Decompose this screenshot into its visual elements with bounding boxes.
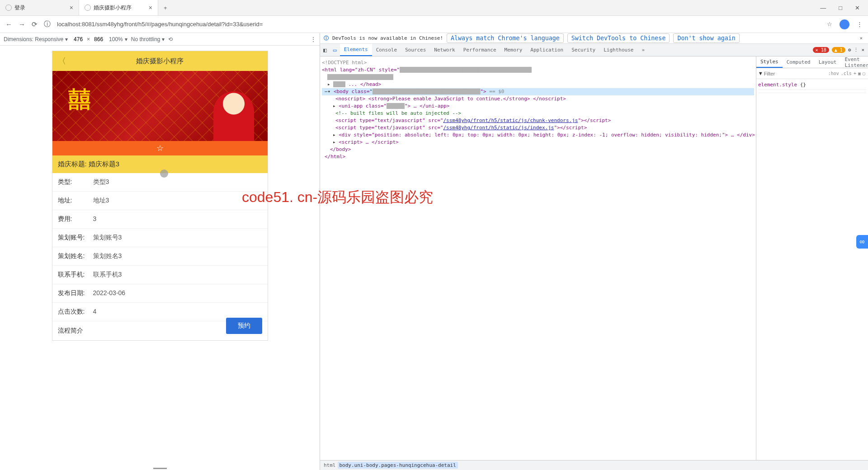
detail-row: 策划姓名:策划姓名3: [52, 247, 268, 266]
row-value: 策划姓名3: [93, 252, 122, 260]
detail-row: 地址:地址3: [52, 192, 268, 210]
detail-row: 发布日期:2022-03-06: [52, 284, 268, 303]
devtools-tab[interactable]: Performance: [459, 44, 500, 56]
star-icon[interactable]: ☆: [827, 21, 832, 28]
rotate-icon[interactable]: ⟲: [168, 36, 173, 42]
hov-toggle[interactable]: :hov: [828, 71, 839, 76]
title-box: 婚庆标题: 婚庆标题3: [52, 155, 268, 173]
favicon: [5, 5, 12, 11]
width-input[interactable]: [71, 36, 85, 42]
row-label: 点击次数:: [58, 308, 93, 316]
close-icon[interactable]: ×: [861, 47, 864, 53]
row-label: 发布日期:: [58, 289, 93, 297]
devtools-tabstrip: ◧ ▭ ElementsConsoleSourcesNetworkPerform…: [320, 44, 868, 56]
float-widget[interactable]: ∞: [856, 235, 868, 249]
zoom-dropdown[interactable]: 100% ▾: [109, 36, 127, 42]
address-bar: ← → ⟳ ⓘ localhost:8081/ssm48yhg/front/h5…: [0, 16, 868, 33]
box-icon[interactable]: ▣: [858, 71, 861, 76]
row-label: 类型:: [58, 178, 93, 186]
tab-computed[interactable]: Computed: [783, 56, 815, 68]
maximize-icon[interactable]: □: [839, 5, 842, 11]
info-icon: ⓘ: [324, 35, 329, 42]
reload-icon[interactable]: ⟳: [32, 20, 38, 28]
book-button[interactable]: 预约: [226, 318, 262, 334]
warning-badge[interactable]: ▲ 1: [832, 47, 845, 53]
info-icon[interactable]: ⓘ: [44, 20, 51, 28]
styles-tabstrip: Styles Computed Layout Event Listeners »: [756, 56, 868, 68]
height-input[interactable]: [92, 36, 105, 42]
row-value: 2022-03-06: [93, 289, 126, 297]
more-icon[interactable]: ⋮: [311, 36, 316, 42]
favorite-bar[interactable]: ☆: [52, 141, 268, 155]
styles-body[interactable]: element.style {}</span><span class="seln…: [756, 79, 868, 460]
tab-title: 婚庆摄影小程序: [94, 4, 132, 12]
favicon: [85, 5, 91, 11]
row-value: 地址3: [93, 197, 109, 205]
menu-icon[interactable]: ⋮: [857, 21, 863, 28]
add-rule-icon[interactable]: +: [854, 71, 856, 76]
device-icon[interactable]: ▭: [330, 47, 340, 53]
app-title: 婚庆摄影小程序: [136, 57, 184, 66]
close-icon[interactable]: ×: [858, 35, 864, 41]
browser-tabstrip: 登录× 婚庆摄影小程序× + — □ ✕: [0, 0, 868, 16]
filter-input[interactable]: [764, 71, 826, 76]
banner-image: 囍: [52, 71, 268, 141]
tab-eventlisteners[interactable]: Event Listeners: [840, 56, 868, 68]
app-header: 〈 婚庆摄影小程序: [52, 51, 268, 71]
tab-title: 登录: [14, 4, 25, 12]
switch-chinese-button[interactable]: Switch DevTools to Chinese: [567, 33, 670, 43]
more-tabs[interactable]: »: [637, 44, 649, 56]
dismiss-button[interactable]: Don't show again: [673, 33, 739, 43]
new-tab-button[interactable]: +: [158, 5, 173, 11]
drag-handle[interactable]: [0, 467, 320, 470]
row-value: 策划账号3: [93, 234, 122, 242]
devtools-tab[interactable]: Memory: [500, 44, 527, 56]
window-controls: — □ ✕: [812, 5, 868, 11]
minimize-icon[interactable]: —: [820, 5, 826, 11]
close-icon[interactable]: ×: [149, 4, 152, 11]
url-text[interactable]: localhost:8081/ssm48yhg/front/h5/#/pages…: [57, 21, 821, 28]
filter-icon: ▼: [759, 70, 762, 76]
devtools-tab[interactable]: Security: [567, 44, 599, 56]
row-label: 地址:: [58, 197, 93, 205]
tab-layout[interactable]: Layout: [815, 56, 841, 68]
back-icon[interactable]: 〈: [58, 56, 66, 66]
breadcrumbs[interactable]: html body.uni-body.pages-hunqingcehua-de…: [320, 460, 868, 470]
cls-toggle[interactable]: .cls: [841, 71, 852, 76]
dimensions-dropdown[interactable]: Dimensions: Responsive ▾: [4, 36, 68, 42]
more-icon[interactable]: ⋮: [854, 47, 859, 53]
tab-styles[interactable]: Styles: [756, 56, 783, 68]
browser-tab[interactable]: 登录×: [0, 0, 79, 16]
row-value: 类型3: [93, 178, 109, 186]
detail-row: 联系手机:联系手机3: [52, 266, 268, 284]
devtools-tab[interactable]: Sources: [401, 44, 430, 56]
devtools-tab[interactable]: Console: [372, 44, 401, 56]
box-icon[interactable]: ▢: [863, 71, 865, 76]
throttle-dropdown[interactable]: No throttling ▾: [131, 36, 165, 42]
row-value: 联系手机3: [93, 271, 122, 279]
profile-avatar[interactable]: [840, 19, 849, 29]
star-icon: ☆: [156, 143, 164, 153]
detail-row: 费用:3: [52, 210, 268, 229]
forward-icon[interactable]: →: [19, 20, 25, 28]
match-language-button[interactable]: Always match Chrome's language: [447, 33, 564, 43]
row-label: 策划姓名:: [58, 252, 93, 260]
detail-row: 类型:类型3: [52, 173, 268, 192]
elements-tree[interactable]: <!DOCTYPE html> <html lang="zh-CN" style…: [320, 56, 756, 460]
detail-row: 策划账号:策划账号3: [52, 229, 268, 247]
browser-tab[interactable]: 婚庆摄影小程序×: [79, 0, 158, 16]
device-toolbar: Dimensions: Responsive ▾ × 100% ▾ No thr…: [0, 33, 320, 46]
row-label: 策划账号:: [58, 234, 93, 242]
error-badge[interactable]: ✕ 18: [813, 47, 829, 53]
inspect-icon[interactable]: ◧: [320, 47, 330, 53]
back-icon[interactable]: ←: [5, 20, 12, 28]
devtools-tab[interactable]: Network: [430, 44, 459, 56]
close-icon[interactable]: ✕: [855, 5, 860, 11]
devtools-tab[interactable]: Lighthouse: [599, 44, 637, 56]
settings-icon[interactable]: ⚙: [848, 47, 851, 53]
devtools-tab[interactable]: Application: [526, 44, 567, 56]
close-icon[interactable]: ×: [70, 4, 73, 11]
devtools-tab[interactable]: Elements: [340, 44, 372, 56]
row-value: 3: [93, 215, 97, 223]
devtools-notice: ⓘ DevTools is now available in Chinese! …: [320, 33, 868, 44]
